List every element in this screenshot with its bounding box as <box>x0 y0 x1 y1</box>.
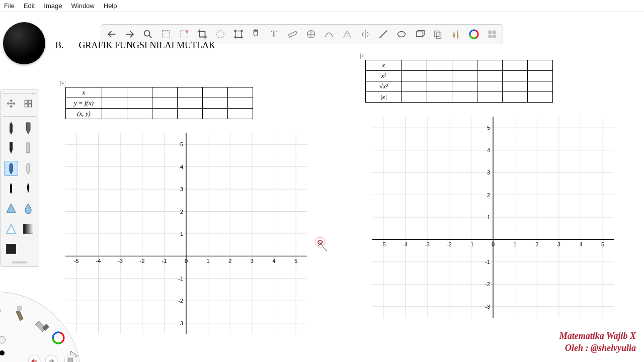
tool-brush-wide[interactable] <box>21 121 35 136</box>
svg-text:2: 2 <box>228 258 231 264</box>
svg-text:5: 5 <box>294 258 297 264</box>
left-table[interactable]: x y = f(x) (x, y) <box>65 87 253 119</box>
text-button[interactable]: T <box>267 27 282 42</box>
zoom-button[interactable] <box>140 27 155 42</box>
tool-pen-alt[interactable] <box>21 161 35 176</box>
color-button[interactable] <box>466 27 481 42</box>
svg-point-0 <box>144 31 150 36</box>
rect-button[interactable] <box>412 27 427 42</box>
svg-point-8 <box>234 37 236 38</box>
watermark: Matematika Wajib X Oleh : @shelvyulia <box>559 330 636 354</box>
watermark-line1: Matematika Wajib X <box>559 330 636 342</box>
tool-cone[interactable] <box>4 201 18 216</box>
tool-grid[interactable] <box>21 96 35 111</box>
svg-rect-26 <box>29 100 32 103</box>
radial-drop-icon[interactable] <box>0 336 6 343</box>
svg-text:3: 3 <box>251 258 254 264</box>
svg-text:1: 1 <box>487 214 490 220</box>
tool-pencil[interactable] <box>4 121 18 136</box>
section-title: GRAFIK FUNGSI NILAI MUTLAK <box>79 40 216 51</box>
right-table-row-sqrt: √x² <box>366 81 402 92</box>
symmetry-button[interactable] <box>358 27 373 42</box>
menu-edit[interactable]: Edit <box>24 2 35 10</box>
svg-rect-17 <box>436 33 441 38</box>
bucket-button[interactable] <box>249 27 264 42</box>
line-button[interactable] <box>376 27 391 42</box>
svg-rect-30 <box>23 224 33 234</box>
circle-ruler-button[interactable] <box>303 27 318 42</box>
svg-text:4: 4 <box>272 258 275 264</box>
menu-image[interactable]: Image <box>44 2 62 10</box>
tool-move[interactable] <box>4 96 18 111</box>
copy-button[interactable] <box>430 27 445 42</box>
transform-button[interactable] <box>231 27 246 42</box>
svg-text:T: T <box>271 29 277 39</box>
svg-point-6 <box>234 30 236 32</box>
tool-marker[interactable] <box>4 141 18 156</box>
tool-ink-brush[interactable] <box>21 181 35 196</box>
brush-preview-circle[interactable] <box>3 22 45 64</box>
left-table-row-y: y = f(x) <box>66 98 102 109</box>
right-table-row-abs: |x| <box>366 92 402 103</box>
redo-button[interactable] <box>122 27 137 42</box>
svg-text:4: 4 <box>180 164 183 170</box>
svg-rect-114 <box>17 306 22 311</box>
perspective-button[interactable] <box>340 27 355 42</box>
svg-text:-4: -4 <box>96 258 101 264</box>
rect-select-remove-button[interactable] <box>177 27 192 42</box>
svg-text:-5: -5 <box>381 241 386 247</box>
rect-select-button[interactable] <box>158 27 174 42</box>
svg-rect-16 <box>435 31 439 37</box>
svg-text:2: 2 <box>180 209 183 215</box>
svg-rect-24 <box>493 35 496 38</box>
brushes-button[interactable] <box>448 27 463 42</box>
svg-rect-5 <box>235 31 242 38</box>
right-table-row-x2: x² <box>366 71 402 81</box>
radial-menu[interactable] <box>0 266 106 362</box>
table-handle-icon[interactable]: + <box>60 81 65 86</box>
tool-water-drop[interactable] <box>21 201 35 216</box>
table-handle-icon[interactable]: + <box>360 54 365 59</box>
tool-chalk[interactable] <box>21 141 35 156</box>
svg-text:5: 5 <box>601 241 604 247</box>
ruler-button[interactable] <box>285 27 300 42</box>
svg-text:1: 1 <box>207 258 210 264</box>
svg-text:2: 2 <box>487 192 490 198</box>
left-table-row-x: x <box>66 87 102 98</box>
svg-text:5: 5 <box>180 141 183 147</box>
svg-text:-1: -1 <box>468 241 473 247</box>
svg-text:4: 4 <box>579 241 582 247</box>
svg-text:4: 4 <box>487 147 490 153</box>
svg-rect-25 <box>25 100 28 103</box>
menu-window[interactable]: Window <box>71 2 95 10</box>
tool-triangle[interactable] <box>4 221 18 236</box>
menu-help[interactable]: Help <box>104 2 117 10</box>
tool-gradient[interactable] <box>21 221 35 236</box>
svg-point-4 <box>217 31 224 38</box>
undo-button[interactable] <box>104 27 119 42</box>
svg-rect-12 <box>288 31 297 37</box>
grid-button[interactable] <box>485 27 500 42</box>
svg-text:-3: -3 <box>178 320 183 326</box>
ellipse-select-button[interactable] <box>213 27 228 42</box>
tool-pen[interactable] <box>4 161 18 176</box>
right-table-row-x: x <box>366 60 402 71</box>
tool-fill-black[interactable] <box>4 241 18 256</box>
crop-button[interactable] <box>195 27 210 42</box>
svg-text:0: 0 <box>185 258 188 264</box>
svg-point-14 <box>398 32 406 37</box>
svg-text:5: 5 <box>487 125 490 131</box>
svg-rect-22 <box>493 31 496 34</box>
tool-fine-pen[interactable] <box>4 181 18 196</box>
right-table[interactable]: x x² √x² |x| <box>365 60 553 103</box>
svg-text:3: 3 <box>180 186 183 192</box>
svg-rect-27 <box>25 104 28 107</box>
menu-file[interactable]: File <box>4 2 15 10</box>
right-chart-column: + x x² √x² |x| -5-4-3-2-1012345-3-2-1123… <box>362 61 639 344</box>
svg-text:1: 1 <box>180 231 183 237</box>
svg-text:-1: -1 <box>162 258 167 264</box>
svg-text:0: 0 <box>492 241 495 247</box>
curve-ruler-button[interactable] <box>321 27 337 42</box>
ellipse-button[interactable] <box>394 27 409 42</box>
svg-point-9 <box>241 37 243 38</box>
